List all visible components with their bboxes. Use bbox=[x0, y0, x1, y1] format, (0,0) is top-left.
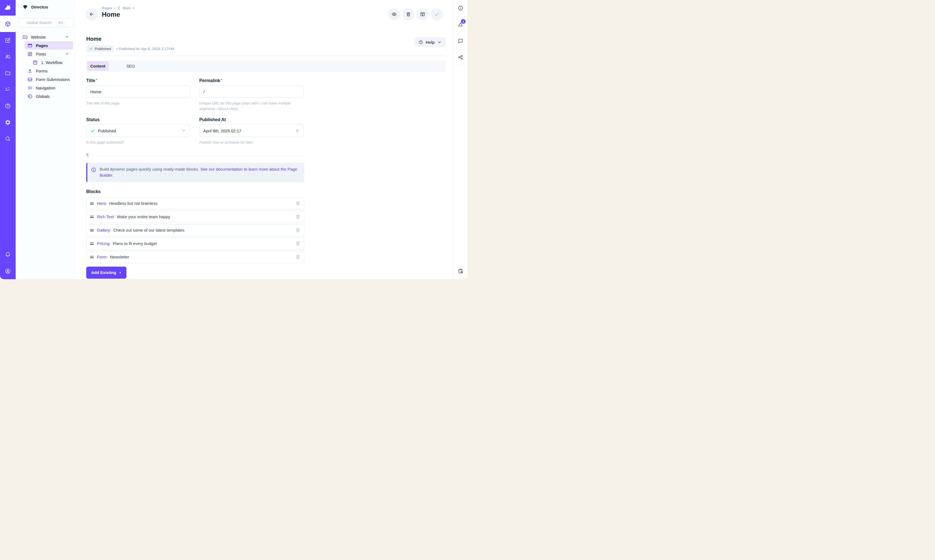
published-at-input-wrap bbox=[199, 125, 304, 137]
block-title: Plans to fit every budget bbox=[113, 241, 157, 246]
main-area: Pages • Main ▼ Home bbox=[76, 0, 453, 279]
module-insights[interactable] bbox=[0, 81, 15, 98]
block-row[interactable]: Pricing: Plans to fit every budget bbox=[86, 238, 304, 250]
nav-item-posts[interactable]: Posts bbox=[15, 50, 76, 58]
rabbit-logo-icon bbox=[3, 3, 12, 12]
account-button[interactable] bbox=[0, 263, 15, 279]
module-search[interactable] bbox=[0, 131, 15, 147]
nav-item-label: Navigation bbox=[36, 86, 55, 90]
flows-sidebar-button[interactable]: 2 bbox=[453, 16, 468, 33]
tab-seo[interactable]: SEO bbox=[122, 61, 139, 71]
block-row[interactable]: Hero: Headless but not brainless bbox=[86, 197, 304, 209]
nav-sidebar: Directus ⌘K Website Pages Posts bbox=[15, 0, 76, 279]
info-banner: Build dynamic pages quickly using ready-… bbox=[86, 163, 304, 182]
module-users[interactable] bbox=[0, 48, 15, 65]
chevron-down-icon[interactable] bbox=[181, 128, 186, 133]
block-row[interactable]: Form: Newsletter bbox=[86, 251, 304, 263]
nav-item-website[interactable]: Website bbox=[15, 33, 76, 41]
revisions-button[interactable] bbox=[453, 263, 468, 279]
required-marker: * bbox=[221, 78, 222, 82]
block-row[interactable]: Rich Text: Make your entire team happy bbox=[86, 211, 304, 223]
status-select[interactable]: Published bbox=[86, 125, 190, 137]
chevron-down-icon[interactable] bbox=[65, 35, 69, 39]
module-settings[interactable] bbox=[0, 114, 15, 131]
nav-item-form-submissions[interactable]: Form Submissions bbox=[15, 75, 76, 83]
notification-count-badge: 2 bbox=[461, 19, 466, 24]
version-sync-icon bbox=[117, 6, 121, 10]
trash-icon[interactable] bbox=[295, 214, 301, 220]
check-icon bbox=[90, 128, 95, 133]
delete-button[interactable] bbox=[402, 8, 414, 20]
nav-item-globals[interactable]: Globals bbox=[15, 92, 76, 100]
nav-item-navigation[interactable]: Navigation bbox=[15, 84, 76, 92]
preview-button[interactable] bbox=[388, 8, 400, 20]
global-search[interactable]: ⌘K bbox=[19, 18, 73, 27]
field-label: Title* bbox=[86, 78, 190, 83]
breadcrumb-collection[interactable]: Pages bbox=[102, 6, 112, 10]
field-note: Is this page published? bbox=[86, 140, 189, 145]
trash-icon[interactable] bbox=[295, 254, 301, 260]
blocks-list: Hero: Headless but not brainless Rich Te… bbox=[86, 197, 304, 263]
help-label: Help bbox=[426, 40, 435, 45]
permalink-example: /about/me bbox=[216, 107, 235, 111]
status-badge: Published bbox=[86, 45, 114, 52]
banner-text: Build dynamic pages quickly using ready-… bbox=[100, 166, 300, 178]
paragraph-divider: ¶ bbox=[86, 153, 304, 158]
nav-item-label: Pages bbox=[36, 43, 48, 48]
drag-handle-icon[interactable] bbox=[90, 202, 94, 205]
block-row[interactable]: Gallery: Check out some of our latest te… bbox=[86, 224, 304, 236]
permalink-input[interactable] bbox=[204, 89, 300, 94]
trash-icon[interactable] bbox=[295, 228, 301, 233]
right-sidebar-spacer bbox=[453, 66, 468, 263]
chevron-down-icon[interactable] bbox=[65, 52, 69, 56]
search-input[interactable] bbox=[26, 20, 54, 25]
module-editor[interactable] bbox=[0, 32, 15, 48]
info-sidebar-button[interactable] bbox=[453, 0, 468, 16]
breadcrumb-version[interactable]: Main bbox=[123, 6, 131, 10]
nav-item-forms[interactable]: A Forms bbox=[15, 67, 76, 75]
chevron-down-icon bbox=[437, 40, 442, 45]
back-button[interactable] bbox=[86, 8, 98, 20]
nav-item-label: Forms bbox=[36, 69, 48, 73]
breadcrumb[interactable]: Pages • Main ▼ bbox=[102, 6, 135, 10]
add-existing-button[interactable]: Add Existing ▼ bbox=[86, 266, 127, 278]
web-page-icon bbox=[27, 43, 32, 48]
caret-down-icon[interactable]: ▼ bbox=[133, 7, 135, 9]
pilcrow-icon: ¶ bbox=[86, 153, 89, 158]
insights-icon bbox=[5, 86, 11, 93]
archive-button[interactable] bbox=[417, 8, 429, 20]
eye-icon bbox=[391, 11, 397, 17]
module-bar-spacer bbox=[0, 147, 15, 246]
save-button[interactable] bbox=[431, 8, 443, 20]
drag-handle-icon[interactable] bbox=[90, 216, 94, 218]
trash-icon[interactable] bbox=[295, 201, 301, 206]
block-type: Rich Text: bbox=[97, 214, 115, 219]
clear-icon[interactable] bbox=[295, 128, 300, 133]
title-input[interactable] bbox=[90, 89, 186, 94]
published-at-input[interactable] bbox=[204, 129, 295, 133]
project-row[interactable]: Directus bbox=[15, 0, 76, 14]
search-icon bbox=[5, 135, 11, 142]
status-row: Published • Published At: Apr 8, 2025 2:… bbox=[86, 45, 446, 52]
drag-handle-icon[interactable] bbox=[90, 229, 94, 231]
module-files[interactable] bbox=[0, 65, 15, 81]
nav-item-workflow[interactable]: 1. Workflow bbox=[15, 58, 76, 66]
drag-handle-icon[interactable] bbox=[90, 256, 94, 258]
drag-handle-icon[interactable] bbox=[90, 243, 94, 245]
notifications-button[interactable] bbox=[0, 246, 15, 263]
block-type: Pricing: bbox=[97, 241, 111, 246]
module-help[interactable] bbox=[0, 98, 15, 114]
block-title: Check out some of our latest templates bbox=[113, 228, 185, 232]
share-sidebar-button[interactable] bbox=[453, 49, 468, 66]
check-icon bbox=[89, 47, 93, 51]
directus-logo[interactable] bbox=[0, 0, 15, 15]
help-button[interactable]: Help bbox=[414, 37, 446, 47]
trash-icon[interactable] bbox=[295, 241, 301, 246]
tab-content[interactable]: Content bbox=[87, 61, 109, 71]
module-content[interactable] bbox=[0, 15, 15, 32]
section-divider bbox=[86, 56, 446, 56]
module-bar bbox=[0, 0, 15, 279]
comments-sidebar-button[interactable] bbox=[453, 33, 468, 49]
nav-item-pages[interactable]: Pages bbox=[25, 41, 73, 49]
block-title: Make your entire team happy bbox=[117, 214, 170, 219]
